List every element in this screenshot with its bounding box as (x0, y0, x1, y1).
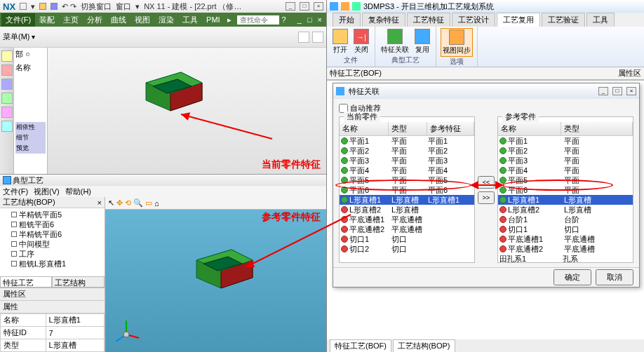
tab-complex[interactable]: 复杂特征 (362, 13, 405, 27)
side-ic-6[interactable] (1, 121, 13, 132)
lower-menu-help[interactable]: 帮助(H) (65, 187, 91, 197)
list-row[interactable]: 平底通槽1平底通槽 (340, 215, 474, 224)
btn-sync[interactable]: 视图同步 (441, 28, 473, 57)
tab-feat[interactable]: 工艺特征 (407, 13, 450, 27)
child-max[interactable]: □ (304, 15, 315, 24)
list-row[interactable]: 平面4平面 (498, 165, 633, 175)
list-row[interactable]: 平面3平面 (498, 156, 633, 165)
list-row[interactable]: 平面5平面平面5 (340, 175, 474, 185)
btn-left[interactable]: << (478, 176, 495, 189)
list-row[interactable]: L形直槽2L形直槽 (498, 205, 633, 215)
maximize-button[interactable]: □ (300, 2, 309, 11)
btn-assoc[interactable]: 特征关联 (380, 28, 410, 55)
menu-tool[interactable]: 工具 (178, 13, 202, 27)
close-button[interactable]: × (314, 2, 323, 11)
dlg-close[interactable]: × (626, 87, 636, 95)
dlg-max[interactable]: □ (612, 87, 622, 95)
tree-item[interactable]: 粗铣L形直槽1 (1, 259, 103, 269)
list-row[interactable]: 平面1平面平面1 (340, 136, 474, 146)
menu-more[interactable]: ▸ (224, 15, 234, 25)
list-row[interactable]: 平面2平面平面2 (340, 146, 474, 156)
fit-icon[interactable]: ▭ (145, 198, 152, 208)
zoom-icon[interactable]: 🔍 (133, 198, 143, 208)
tab-tool[interactable]: 工具 (586, 13, 615, 27)
list-row[interactable]: 平底通槽2平底通槽 (498, 244, 633, 254)
lower-menu-file[interactable]: 文件(F) (3, 187, 28, 197)
tree-item[interactable]: 半精铣平面5 (1, 210, 103, 219)
list-row[interactable]: 平面6平面 (498, 185, 633, 195)
btn-ok[interactable]: 确定 (554, 269, 591, 285)
cursor-icon[interactable]: ↖ (108, 198, 114, 208)
list-row[interactable]: 平面2平面 (498, 146, 633, 156)
list-row[interactable]: 平底通槽1平底通槽 (498, 234, 633, 244)
tb2[interactable] (312, 32, 323, 43)
list-row[interactable]: 平面4平面平面4 (340, 165, 474, 175)
menu-view[interactable]: 视图 (130, 13, 154, 27)
list-row[interactable]: 平面1平面 (498, 136, 633, 146)
tree-detail[interactable]: 细节 (15, 133, 46, 143)
bar-prop[interactable]: 属性区 (618, 68, 641, 79)
tree-item[interactable]: 工序 (1, 249, 103, 259)
command-search[interactable] (237, 15, 279, 25)
menu-analysis[interactable]: 分析 (83, 13, 107, 27)
side-ic-3[interactable] (1, 79, 13, 90)
list-row[interactable]: 切口1切口 (340, 234, 474, 244)
list-row[interactable]: L形直槽1L形直槽 (498, 195, 633, 205)
lower-tab-bop[interactable]: 工艺结构(BOP) (52, 276, 105, 287)
list-row[interactable]: 切口1切口 (498, 224, 633, 234)
tab-reuse[interactable]: 工艺复用 (497, 13, 540, 27)
r-ic3[interactable] (352, 2, 361, 11)
tree-close-icon[interactable]: × (98, 198, 102, 207)
bar-feat[interactable]: 特征工艺(BOF) (330, 68, 382, 79)
tree-item[interactable]: 粗铣平面6 (1, 219, 103, 229)
side-ic-2[interactable] (1, 65, 13, 76)
side-ic-1[interactable] (1, 50, 13, 62)
lower-tab-bof[interactable]: 特征工艺(BOF) (0, 276, 52, 287)
tb1[interactable] (298, 32, 309, 43)
tab-start[interactable]: 开始 (333, 13, 361, 27)
btn-cancel[interactable]: 取消 (596, 269, 633, 285)
btn-open[interactable]: 打开 (331, 28, 349, 55)
menu-home[interactable]: 主页 (59, 13, 83, 27)
btn-reuse[interactable]: 复用 (413, 28, 431, 55)
side-ic-5[interactable] (1, 107, 13, 118)
list-row[interactable]: L形直槽1L形直槽L形直槽1 (340, 195, 474, 205)
menu-render[interactable]: 渲染 (154, 13, 178, 27)
tab-verify[interactable]: 工艺验证 (542, 13, 585, 27)
open-icon[interactable] (39, 3, 46, 10)
menu-curve[interactable]: 曲线 (107, 13, 130, 27)
menu-assembly[interactable]: 装配 (35, 13, 59, 27)
list-row[interactable]: L形直槽2L形直槽 (340, 205, 474, 215)
tree-preview[interactable]: 预览 (15, 143, 46, 154)
home-icon[interactable]: ⌂ (154, 199, 159, 208)
btab-a[interactable]: 特征工艺(BOF) (330, 339, 391, 353)
current-list[interactable]: 平面1平面平面1平面2平面平面2平面3平面平面3平面4平面平面4平面5平面平面5… (340, 136, 474, 262)
list-row[interactable]: 平面3平面平面3 (340, 156, 474, 165)
dlg-min[interactable]: _ (598, 87, 608, 95)
minimize-button[interactable]: _ (286, 2, 295, 11)
list-row[interactable]: 田孔系1孔系 (498, 254, 633, 262)
switch-window[interactable]: 切换窗口 (81, 1, 112, 12)
menu-pmi[interactable]: PMI (202, 14, 224, 25)
list-row[interactable]: 切口2切口 (340, 244, 474, 254)
rotate-icon[interactable]: ⟲ (125, 198, 131, 208)
auto-checkbox[interactable]: 自动推荐 (339, 103, 633, 114)
list-row[interactable]: 台阶1台阶 (498, 215, 633, 224)
lower-tree[interactable]: 半精铣平面5粗铣平面6半精铣平面6中间模型工序粗铣L形直槽1 (0, 208, 105, 276)
nx-3d-view[interactable]: 当前零件特征 (48, 48, 326, 174)
btn-close[interactable]: →|关闭 (352, 28, 370, 55)
new-icon[interactable] (20, 3, 27, 10)
tab-design[interactable]: 工艺设计 (452, 13, 495, 27)
move-icon[interactable]: ✥ (116, 198, 123, 208)
list-row[interactable]: 平底通槽2平底通槽 (340, 224, 474, 234)
tree-depend[interactable]: 相依性 (15, 122, 46, 133)
help-icon[interactable]: ? (279, 15, 289, 24)
btn-right[interactable]: >> (478, 191, 495, 204)
btab-b[interactable]: 工艺结构(BOP) (393, 339, 455, 353)
tree-item[interactable]: 中间模型 (1, 239, 103, 249)
list-row[interactable]: 平面6平面平面6 (340, 185, 474, 195)
list-row[interactable]: 平面5平面 (498, 175, 633, 185)
side-ic-4[interactable] (1, 93, 13, 104)
child-close[interactable]: × (315, 15, 325, 24)
ref-list[interactable]: 平面1平面平面2平面平面3平面平面4平面平面5平面平面6平面L形直槽1L形直槽L… (498, 136, 633, 262)
